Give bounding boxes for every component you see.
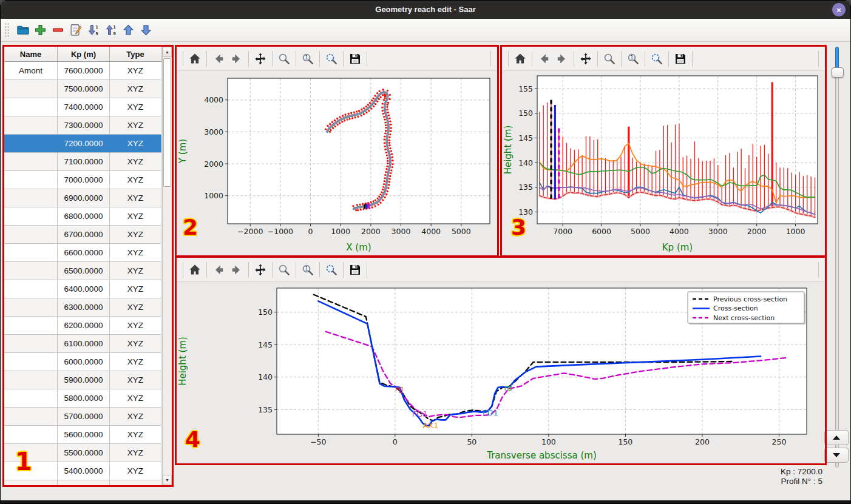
table-row[interactable]: 7300.0000XYZ xyxy=(4,116,172,135)
open-button[interactable] xyxy=(15,22,31,38)
save-button[interactable] xyxy=(346,50,364,68)
sort-descending-button[interactable]: 19 xyxy=(85,22,101,38)
pan-icon xyxy=(254,263,267,277)
arrow-left-icon xyxy=(537,52,551,66)
home-button[interactable] xyxy=(186,50,204,68)
table-row[interactable]: 7200.0000XYZ xyxy=(4,135,172,153)
table-row[interactable]: 5900.0000XYZ xyxy=(4,371,172,389)
zoom-button[interactable] xyxy=(600,50,619,68)
scroll-down-button[interactable]: ▼ xyxy=(163,475,172,485)
pan-button[interactable] xyxy=(577,50,595,68)
slider-handle[interactable] xyxy=(832,67,844,78)
save-button[interactable] xyxy=(346,261,364,279)
close-button[interactable]: × xyxy=(832,3,846,16)
cell-name xyxy=(4,189,58,207)
back-button[interactable] xyxy=(209,261,228,279)
table-row[interactable]: 6700.0000XYZ xyxy=(4,226,172,244)
table-row[interactable]: 7400.0000XYZ xyxy=(4,98,172,116)
zoom-one-button[interactable]: 1 xyxy=(299,261,317,279)
next-profile-button[interactable] xyxy=(824,448,849,463)
table-row[interactable]: 6500.0000XYZ xyxy=(4,262,172,280)
home-button[interactable] xyxy=(186,261,204,279)
table-row[interactable]: 5400.0000XYZ xyxy=(4,462,172,480)
zoom-button[interactable] xyxy=(275,50,293,68)
pan-button[interactable] xyxy=(251,50,270,68)
x-axis-label: Kp (m) xyxy=(662,242,693,253)
zoom-extents-button[interactable] xyxy=(648,50,666,68)
table-row[interactable]: 6200.0000XYZ xyxy=(4,317,172,335)
table-row[interactable]: 5500.0000XYZ xyxy=(4,444,172,462)
table-row[interactable]: 6800.0000XYZ xyxy=(4,207,172,226)
forward-button[interactable] xyxy=(553,50,571,68)
slider-track[interactable] xyxy=(835,47,839,468)
cell-kp: 5400.0000 xyxy=(58,462,110,480)
toolbar-separator xyxy=(818,51,819,67)
zoom-extents-button[interactable] xyxy=(322,50,341,68)
zoom-one-button[interactable]: 1 xyxy=(624,50,642,68)
save-button[interactable] xyxy=(671,50,690,68)
table-row[interactable]: Amont7600.0000XYZ xyxy=(4,62,172,80)
table-row[interactable]: 6000.0000XYZ xyxy=(4,353,172,371)
edit-profile-button[interactable] xyxy=(67,22,84,38)
cell-type: XYZ xyxy=(110,462,161,480)
cell-kp: 7600.0000 xyxy=(58,62,110,80)
add-profile-button[interactable] xyxy=(32,22,49,38)
close-icon: × xyxy=(836,5,841,15)
table-row[interactable]: 5700.0000XYZ xyxy=(4,408,172,426)
cell-type: XYZ xyxy=(110,317,161,335)
x-tick-label: 2000 xyxy=(361,227,381,236)
zoom-button[interactable] xyxy=(275,261,293,279)
home-button[interactable] xyxy=(511,50,529,68)
table-row[interactable]: 5600.0000XYZ xyxy=(4,426,172,444)
table-row[interactable]: 6400.0000XYZ xyxy=(4,280,172,298)
legend-label: Next cross-section xyxy=(713,314,775,322)
profile-slider[interactable] xyxy=(831,47,843,468)
plan-view-plot[interactable]: −2000−1000010002000300040005000100020003… xyxy=(177,71,497,255)
table-row[interactable]: 6600.0000XYZ xyxy=(4,244,172,262)
delete-profile-button[interactable] xyxy=(50,22,66,38)
previous-profile-button[interactable] xyxy=(824,430,849,445)
cell-name xyxy=(4,371,58,389)
table-row[interactable]: 7500.0000XYZ xyxy=(4,80,172,98)
zoom-extents-button[interactable] xyxy=(322,261,341,279)
table-row[interactable]: 6900.0000XYZ xyxy=(4,189,172,207)
titlebar[interactable]: Geometry reach edit - Saar × xyxy=(1,1,850,19)
longitudinal-profile-plot[interactable]: 7000600050004000300020001000130135140145… xyxy=(502,71,825,255)
cell-name xyxy=(4,389,58,408)
back-button[interactable] xyxy=(209,50,228,68)
move-up-button[interactable] xyxy=(120,22,137,38)
back-button[interactable] xyxy=(535,50,553,68)
cell-kp: 5700.0000 xyxy=(58,408,110,426)
scrollbar-thumb[interactable] xyxy=(163,58,171,187)
y-tick-label: 155 xyxy=(518,84,533,93)
cross-section-plot[interactable]: rgrdFG1FD1AX1Previous cross-sectionCross… xyxy=(177,282,825,463)
magnifier-icon xyxy=(277,263,291,277)
cell-empty xyxy=(58,480,110,485)
scroll-up-button[interactable]: ▲ xyxy=(163,47,172,57)
toolbar-grip[interactable] xyxy=(4,22,10,38)
table-row[interactable]: 6100.0000XYZ xyxy=(4,335,172,353)
table-row[interactable]: 5800.0000XYZ xyxy=(4,389,172,408)
cell-type: XYZ xyxy=(110,335,161,353)
toolbar-separator xyxy=(645,51,645,67)
table-row[interactable]: 7100.0000XYZ xyxy=(4,153,172,171)
table-scrollbar[interactable]: ▲ ▼ xyxy=(162,47,172,485)
column-header-type[interactable]: Type xyxy=(110,47,161,61)
zoom-one-button[interactable]: 1 xyxy=(299,50,317,68)
triangle-up-icon xyxy=(833,435,840,440)
cell-kp: 6100.0000 xyxy=(58,335,110,353)
y-tick-label: 150 xyxy=(518,109,533,118)
table-row[interactable]: 7000.0000XYZ xyxy=(4,171,172,189)
forward-button[interactable] xyxy=(228,50,246,68)
home-icon xyxy=(514,52,527,66)
column-header-kp-m[interactable]: Kp (m) xyxy=(58,47,110,61)
move-down-button[interactable] xyxy=(138,22,154,38)
toolbar-separator xyxy=(508,51,509,67)
cell-type: XYZ xyxy=(110,98,161,116)
table-row[interactable]: 6300.0000XYZ xyxy=(4,298,172,317)
pan-button[interactable] xyxy=(251,261,270,279)
forward-button[interactable] xyxy=(228,261,246,279)
sort-ascending-button[interactable]: 19 xyxy=(103,22,119,38)
column-header-name[interactable]: Name xyxy=(4,47,58,61)
table-row-partial[interactable] xyxy=(4,480,172,485)
